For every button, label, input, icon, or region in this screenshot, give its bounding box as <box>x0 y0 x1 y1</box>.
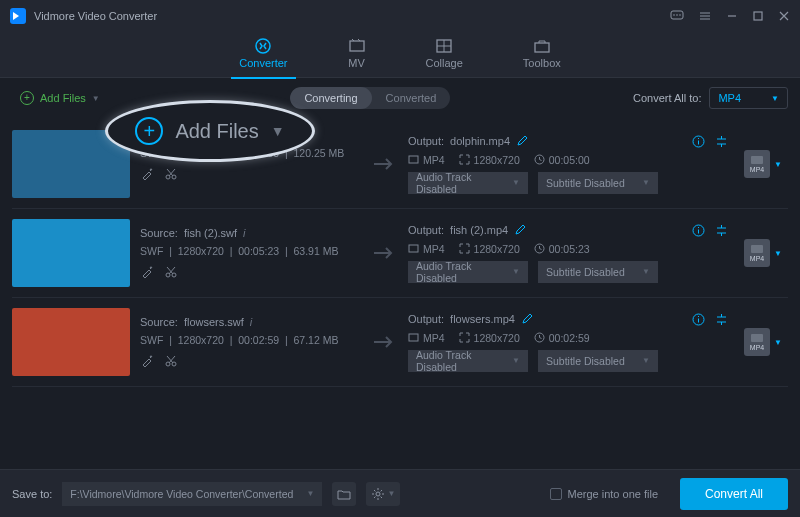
file-thumbnail[interactable] <box>12 130 130 198</box>
audio-track-select[interactable]: Audio Track Disabled▼ <box>408 172 528 194</box>
global-format-value: MP4 <box>718 92 741 104</box>
subtitle-select[interactable]: Subtitle Disabled▼ <box>538 261 658 283</box>
chevron-down-icon: ▼ <box>771 94 779 103</box>
close-icon[interactable] <box>778 10 790 22</box>
track-row: Audio Track Disabled▼ Subtitle Disabled▼ <box>408 261 728 283</box>
chevron-down-icon: ▼ <box>512 267 520 276</box>
compress-icon[interactable] <box>715 313 728 326</box>
file-thumbnail[interactable] <box>12 308 130 376</box>
compress-icon[interactable] <box>715 224 728 237</box>
output-resolution: 1280x720 <box>459 243 520 255</box>
svg-point-24 <box>376 492 380 496</box>
chevron-down-icon: ▼ <box>642 267 650 276</box>
output-duration: 00:05:23 <box>534 243 590 255</box>
cut-icon[interactable] <box>164 354 178 368</box>
tab-mv[interactable]: MV <box>348 37 366 73</box>
output-info-icon[interactable] <box>692 224 705 237</box>
chevron-down-icon[interactable]: ▼ <box>774 338 782 347</box>
audio-track-select[interactable]: Audio Track Disabled▼ <box>408 350 528 372</box>
subtitle-value: Subtitle Disabled <box>546 177 625 189</box>
minimize-icon[interactable] <box>726 10 738 22</box>
svg-point-1 <box>673 14 675 16</box>
subtitle-select[interactable]: Subtitle Disabled▼ <box>538 172 658 194</box>
subtitle-select[interactable]: Subtitle Disabled▼ <box>538 350 658 372</box>
tab-collage[interactable]: Collage <box>426 37 463 73</box>
file-row: Source: flowsers.swf i SWF | 1280x720 | … <box>12 298 788 387</box>
source-meta: SWF | 1280x720 | 00:05:00 | 120.25 MB <box>140 147 360 159</box>
save-path-select[interactable]: F:\Vidmore\Vidmore Video Converter\Conve… <box>62 482 322 506</box>
enhance-icon[interactable] <box>140 265 154 279</box>
compress-icon[interactable] <box>715 135 728 148</box>
edit-name-icon[interactable] <box>516 135 528 147</box>
tab-converter[interactable]: Converter <box>239 37 287 73</box>
edit-name-icon[interactable] <box>521 313 533 325</box>
convert-all-button[interactable]: Convert All <box>680 478 788 510</box>
tab-label: MV <box>348 57 365 69</box>
segment-converted[interactable]: Converted <box>372 87 451 109</box>
merge-checkbox[interactable]: Merge into one file <box>550 488 659 500</box>
mv-icon <box>348 37 366 55</box>
cut-icon[interactable] <box>164 265 178 279</box>
bottombar: Save to: F:\Vidmore\Vidmore Video Conver… <box>0 469 800 517</box>
source-tools <box>140 265 360 279</box>
output-prefix: Output: <box>408 224 444 236</box>
enhance-icon[interactable] <box>140 354 154 368</box>
app-logo-icon <box>10 8 26 24</box>
source-meta: SWF | 1280x720 | 00:02:59 | 67.12 MB <box>140 334 360 346</box>
output-info-icon[interactable] <box>692 135 705 148</box>
row-format-select[interactable]: MP4 <box>744 328 770 356</box>
output-column: Output: flowsers.mp4 MP4 1280x720 00:02:… <box>408 313 728 372</box>
svg-rect-17 <box>409 245 418 252</box>
track-row: Audio Track Disabled▼ Subtitle Disabled▼ <box>408 350 728 372</box>
segment-converting[interactable]: Converting <box>290 87 371 109</box>
chevron-down-icon[interactable]: ▼ <box>774 160 782 169</box>
add-files-button[interactable]: + Add Files ▼ <box>12 87 108 109</box>
toolbox-icon <box>533 37 551 55</box>
chevron-down-icon[interactable]: ▼ <box>774 249 782 258</box>
chevron-down-icon: ▼ <box>642 356 650 365</box>
edit-name-icon[interactable] <box>514 224 526 236</box>
settings-button[interactable]: ▼ <box>366 482 400 506</box>
row-format-select[interactable]: MP4 <box>744 150 770 178</box>
audio-track-value: Audio Track Disabled <box>416 171 512 195</box>
info-icon[interactable]: i <box>243 227 245 239</box>
file-thumbnail[interactable] <box>12 219 130 287</box>
audio-track-value: Audio Track Disabled <box>416 349 512 373</box>
output-spec: MP4 1280x720 00:05:23 <box>408 243 728 255</box>
titlebar: Vidmore Video Converter <box>0 0 800 32</box>
output-name-row: Output: dolphin.mp4 <box>408 135 728 148</box>
output-info-icon[interactable] <box>692 313 705 326</box>
feedback-icon[interactable] <box>670 9 684 23</box>
app-title: Vidmore Video Converter <box>34 10 157 22</box>
titlebar-left: Vidmore Video Converter <box>10 8 157 24</box>
info-icon[interactable]: i <box>250 316 252 328</box>
chevron-down-icon: ▼ <box>512 356 520 365</box>
tab-toolbox[interactable]: Toolbox <box>523 37 561 73</box>
svg-point-2 <box>676 14 678 16</box>
output-name-row: Output: fish (2).mp4 <box>408 224 728 237</box>
output-name-row: Output: flowsers.mp4 <box>408 313 728 326</box>
convert-all-label: Convert All to: <box>633 92 701 104</box>
global-format-select[interactable]: MP4 ▼ <box>709 87 788 109</box>
subtitle-value: Subtitle Disabled <box>546 266 625 278</box>
arrow-icon <box>370 334 398 350</box>
menu-icon[interactable] <box>698 9 712 23</box>
cut-icon[interactable] <box>164 167 178 181</box>
output-resolution: 1280x720 <box>459 332 520 344</box>
output-name: fish (2).mp4 <box>450 224 508 236</box>
maximize-icon[interactable] <box>752 10 764 22</box>
row-format-column: MP4 ▼ <box>738 239 788 267</box>
track-row: Audio Track Disabled▼ Subtitle Disabled▼ <box>408 172 728 194</box>
row-format-select[interactable]: MP4 <box>744 239 770 267</box>
source-tools <box>140 354 360 368</box>
file-row: Source: fish (2).swf i SWF | 1280x720 | … <box>12 209 788 298</box>
svg-rect-6 <box>350 41 364 51</box>
source-name: fish (2).swf <box>184 227 237 239</box>
output-column: Output: fish (2).mp4 MP4 1280x720 00:05:… <box>408 224 728 283</box>
audio-track-select[interactable]: Audio Track Disabled▼ <box>408 261 528 283</box>
enhance-icon[interactable] <box>140 167 154 181</box>
tab-label: Collage <box>426 57 463 69</box>
open-folder-button[interactable] <box>332 482 356 506</box>
svg-rect-8 <box>535 43 549 52</box>
file-row: SWF | 1280x720 | 00:05:00 | 120.25 MB Ou… <box>12 120 788 209</box>
